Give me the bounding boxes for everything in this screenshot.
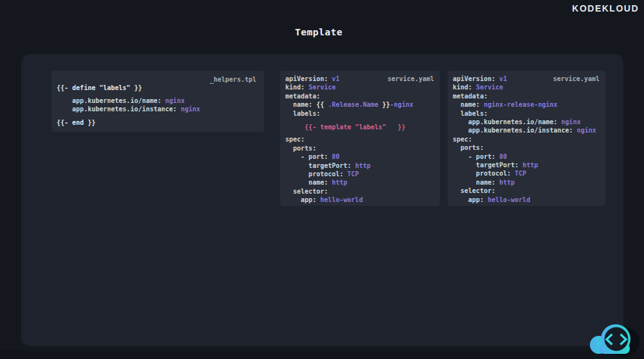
code-line: {{- template "labels" }} [285, 123, 435, 131]
code-line: name: nginx-release-nginx [453, 100, 600, 109]
code-line: selector: [285, 187, 435, 196]
content-card: _helpers.tpl {{- define "labels" }} app.… [21, 54, 623, 346]
code-content: apiVersion: v1kind: Servicemetadata: nam… [453, 75, 600, 204]
code-line: name: http [453, 178, 600, 187]
code-line: app: hello-world [285, 196, 435, 204]
code-line: metadata: [285, 92, 435, 100]
code-line: protocol: TCP [285, 170, 435, 178]
code-line: selector: [453, 187, 600, 195]
code-line: app.kubernetes.io/instance: nginx [453, 126, 600, 134]
code-line: ports: [453, 143, 600, 152]
code-line: app.kubernetes.io/name: nginx [453, 118, 600, 126]
code-line: targetPort: http [453, 161, 600, 169]
code-line: spec: [453, 135, 600, 143]
page-title: Template [0, 27, 638, 37]
code-panel-helpers: _helpers.tpl {{- define "labels" }} app.… [52, 71, 264, 132]
code-content: apiVersion: v1kind: Servicemetadata: nam… [285, 75, 435, 205]
filename-label: service.yaml [553, 75, 600, 83]
code-line: name: http [285, 178, 435, 187]
code-line: protocol: TCP [453, 169, 600, 178]
code-line: labels: [285, 109, 435, 118]
code-line: name: {{ .Release.Name }}-nginx [285, 100, 435, 109]
code-line: - port: 80 [285, 152, 435, 161]
filename-label: _helpers.tpl [57, 75, 259, 84]
code-panel-service-template: service.yaml apiVersion: v1kind: Service… [280, 71, 440, 206]
code-line: ports: [285, 144, 435, 152]
slide: KODEKLOUD Template _helpers.tpl {{- defi… [0, 0, 644, 359]
code-line: labels: [453, 109, 600, 118]
code-line: {{- end }} [57, 118, 259, 127]
code-content: {{- define "labels" }} app.kubernetes.io… [57, 84, 259, 127]
code-line: {{- define "labels" }} [57, 84, 259, 92]
code-line: metadata: [453, 92, 600, 100]
code-line: app: hello-world [453, 196, 600, 204]
code-line: - port: 80 [453, 152, 600, 161]
code-line: app.kubernetes.io/name: nginx [57, 97, 259, 105]
code-line: targetPort: http [285, 161, 435, 170]
code-panel-service-rendered: service.yaml apiVersion: v1kind: Service… [448, 71, 605, 206]
code-line: kind: Service [285, 83, 435, 91]
filename-label: service.yaml [388, 75, 434, 83]
code-line: kind: Service [453, 83, 600, 91]
code-line: spec: [285, 135, 435, 143]
code-line: app.kubernetes.io/instance: nginx [57, 105, 259, 113]
cloud-code-icon [586, 319, 641, 358]
kodekloud-logo: KODEKLOUD [572, 3, 639, 14]
footer-strip [0, 351, 644, 359]
